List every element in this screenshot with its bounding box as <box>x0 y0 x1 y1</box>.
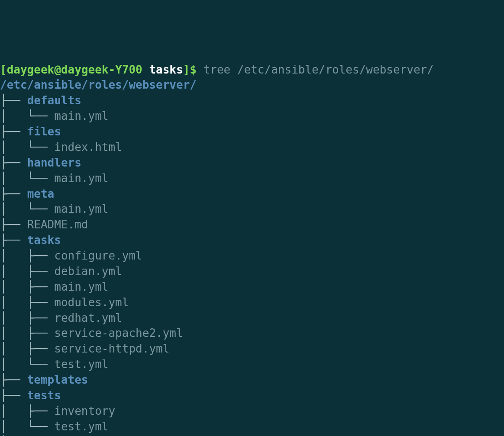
tree-directory: defaults <box>27 94 81 107</box>
tree-file: test.yml <box>54 358 108 371</box>
tree-file: test.yml <box>54 420 108 433</box>
tree-file: main.yml <box>54 280 108 293</box>
command-text: tree /etc/ansible/roles/webserver/ <box>204 63 434 76</box>
tree-file: debian.yml <box>54 265 122 278</box>
tree-directory: meta <box>27 187 55 200</box>
tree-prefix: │ ├── <box>0 404 54 417</box>
tree-file: main.yml <box>54 202 108 215</box>
tree-file: inventory <box>54 404 115 417</box>
tree-prefix: ├── <box>0 234 27 247</box>
tree-prefix: ├── <box>0 218 27 231</box>
tree-directory: handlers <box>27 156 81 169</box>
prompt-user-host: daygeek@daygeek-Y700 <box>7 63 142 76</box>
tree-prefix: ├── <box>0 389 27 402</box>
tree-file: README.md <box>27 218 88 231</box>
tree-file: modules.yml <box>54 296 129 309</box>
tree-prefix: │ ├── <box>0 342 54 355</box>
tree-prefix: │ ├── <box>0 249 54 262</box>
tree-prefix: ├── <box>0 94 27 107</box>
tree-file: service-httpd.yml <box>54 342 169 355</box>
tree-prefix: ├── <box>0 125 27 138</box>
tree-prefix: │ └── <box>0 202 54 215</box>
tree-directory: files <box>27 125 61 138</box>
tree-directory: tests <box>27 389 61 402</box>
prompt-dollar: $ <box>190 63 203 76</box>
tree-prefix: ├── <box>0 187 27 200</box>
tree-prefix: │ ├── <box>0 280 54 293</box>
tree-root-path: /etc/ansible/roles/webserver/ <box>0 78 197 91</box>
tree-prefix: │ └── <box>0 420 54 433</box>
tree-prefix: │ ├── <box>0 311 54 324</box>
tree-prefix: │ └── <box>0 358 54 371</box>
tree-file: service-apache2.yml <box>54 327 183 340</box>
tree-directory: tasks <box>27 234 61 247</box>
tree-prefix: │ └── <box>0 109 54 122</box>
prompt-cwd: tasks <box>149 63 183 76</box>
tree-file: configure.yml <box>54 249 142 262</box>
tree-prefix: │ ├── <box>0 327 54 340</box>
terminal-output: [daygeek@daygeek-Y700 tasks]$ tree /etc/… <box>0 62 504 436</box>
prompt-line: [daygeek@daygeek-Y700 tasks]$ tree /etc/… <box>0 63 434 76</box>
tree-prefix: │ └── <box>0 172 54 185</box>
tree-file: main.yml <box>54 109 108 122</box>
tree-prefix: │ ├── <box>0 296 54 309</box>
tree-prefix: ├── <box>0 156 27 169</box>
tree-prefix: │ ├── <box>0 265 54 278</box>
tree-body: ├── defaults │ └── main.yml ├── files │ … <box>0 94 183 436</box>
tree-prefix: ├── <box>0 373 27 386</box>
prompt-bracket-close: ] <box>183 63 190 76</box>
tree-file: redhat.yml <box>54 311 122 324</box>
prompt-bracket-open: [ <box>0 63 7 76</box>
tree-file: main.yml <box>54 172 108 185</box>
tree-directory: templates <box>27 373 88 386</box>
tree-prefix: │ └── <box>0 141 54 154</box>
tree-file: index.html <box>54 141 122 154</box>
